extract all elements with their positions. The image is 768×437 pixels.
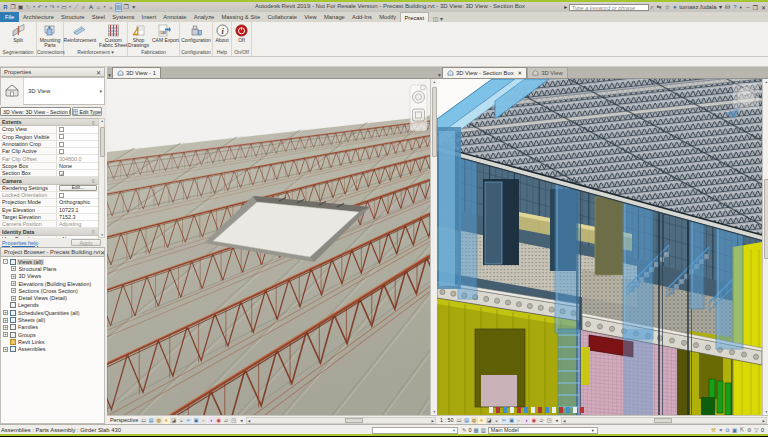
- tab-file[interactable]: File: [0, 12, 19, 22]
- displacement-icon[interactable]: ◳: [230, 417, 237, 424]
- visual-style-icon[interactable]: ◍: [471, 417, 478, 424]
- expand-icon[interactable]: ◂: [553, 417, 560, 424]
- workset-filter-icon[interactable]: ⚒: [711, 427, 716, 433]
- collapse-icon[interactable]: -: [3, 259, 8, 264]
- property-row-scope-box[interactable]: Scope BoxNone: [0, 163, 98, 170]
- hide-isolate-icon[interactable]: ◖: [523, 417, 530, 424]
- expand-icon[interactable]: +: [3, 325, 8, 330]
- default-3d-icon[interactable]: ⌂: [95, 3, 102, 12]
- property-value[interactable]: Edit...: [56, 185, 98, 191]
- app-store-icon[interactable]: ⛁: [725, 3, 730, 12]
- undo-icon[interactable]: ↶: [37, 3, 44, 12]
- shadows-icon[interactable]: ◪: [486, 417, 493, 424]
- selection-filter-icon[interactable]: ▽: [754, 427, 758, 433]
- property-value[interactable]: None: [56, 163, 98, 169]
- tree-item-3d-views[interactable]: +3D Views: [1, 273, 104, 280]
- view-properties-icon[interactable]: ▱: [223, 417, 230, 424]
- tree-item-assemblies[interactable]: +Assemblies: [1, 346, 104, 353]
- exchange-icon[interactable]: ⇆: [657, 3, 662, 12]
- tree-item-families[interactable]: +Families: [1, 324, 104, 331]
- checkbox-unchecked[interactable]: [59, 149, 64, 154]
- unlocked-view-icon[interactable]: ⌐: [200, 417, 207, 424]
- edit-rendering-settings-button[interactable]: Edit...: [59, 185, 97, 191]
- property-row-section-box[interactable]: Section Box: [0, 170, 98, 177]
- expand-icon[interactable]: +: [11, 274, 16, 279]
- render-icon[interactable]: ◒: [493, 417, 500, 424]
- save-icon[interactable]: ▣: [17, 3, 24, 12]
- measure-icon[interactable]: ▭: [61, 3, 68, 12]
- expand-icon[interactable]: +: [3, 318, 8, 323]
- tab-annotate[interactable]: Annotate: [160, 12, 190, 22]
- dropdown[interactable]: ▾: [56, 3, 60, 12]
- sync-icon[interactable]: ↻: [25, 3, 32, 12]
- sun-path-icon[interactable]: ☀: [163, 417, 170, 424]
- tab-collaborate[interactable]: Collaborate: [264, 12, 301, 22]
- tab-architecture[interactable]: Architecture: [19, 12, 57, 22]
- tree-item-structural-plans[interactable]: +Structural Plans: [1, 265, 104, 272]
- button-about[interactable]: ?iAbout: [215, 23, 230, 43]
- tree-item-detail-views-detail-[interactable]: +Detail Views (Detail): [1, 294, 104, 301]
- crop-region-icon[interactable]: ▣: [508, 417, 515, 424]
- property-row-camera-position[interactable]: Camera PositionAdjusting: [0, 221, 98, 228]
- scroll-thumb[interactable]: [345, 418, 363, 423]
- property-row-rendering-settings[interactable]: Rendering SettingsEdit...: [0, 185, 98, 192]
- scroll-down-icon[interactable]: ▼: [99, 233, 105, 237]
- exclude-options-icon[interactable]: ▣: [732, 427, 737, 433]
- unlocked-view-icon[interactable]: ⌐: [516, 417, 523, 424]
- viewport2-canvas[interactable]: [437, 79, 762, 415]
- property-value[interactable]: [56, 134, 98, 140]
- properties-scrollbar[interactable]: ▲ ▼: [98, 118, 105, 238]
- user-dropdown-icon[interactable]: ▾: [719, 3, 722, 12]
- workset-display-icon[interactable]: ▦: [474, 427, 479, 433]
- properties-palette-header[interactable]: Properties ✕: [0, 67, 105, 77]
- hide-isolate-icon[interactable]: ◖: [208, 417, 215, 424]
- tag-icon[interactable]: ⌕: [80, 3, 87, 12]
- help-icon[interactable]: ?: [733, 3, 736, 12]
- scroll-thumb[interactable]: [764, 179, 768, 259]
- sun-path-icon[interactable]: ☀: [478, 417, 485, 424]
- property-value[interactable]: [56, 148, 98, 154]
- view-properties-icon[interactable]: ▱: [538, 417, 545, 424]
- scroll-thumb[interactable]: [100, 127, 105, 157]
- tab-insert[interactable]: Insert: [138, 12, 160, 22]
- viewport1-canvas[interactable]: [107, 79, 430, 415]
- text-icon[interactable]: A: [88, 3, 95, 12]
- tab-massing-site[interactable]: Massing & Site: [218, 12, 264, 22]
- shadows-icon[interactable]: ◪: [170, 417, 177, 424]
- visual-style-icon[interactable]: ◍: [155, 417, 162, 424]
- property-row-annotation-crop[interactable]: Annotation Crop: [0, 141, 98, 148]
- type-selector[interactable]: 3D View ▾: [0, 77, 105, 105]
- type-selector-dropdown-icon[interactable]: ▾: [99, 88, 102, 94]
- viewport2-scale-label[interactable]: 1 : 50: [440, 417, 454, 423]
- workset-combo[interactable]: ▼: [372, 427, 458, 434]
- displacement-icon[interactable]: ◳: [546, 417, 553, 424]
- tree-item-revit-links[interactable]: Revit Links: [1, 338, 104, 345]
- property-row-far-clip-active[interactable]: Far Clip Active: [0, 148, 98, 155]
- property-row-locked-orientation[interactable]: Locked Orientation: [0, 192, 98, 199]
- tree-item-groups[interactable]: +Groups: [1, 331, 104, 338]
- property-row-crop-view[interactable]: Crop View: [0, 126, 98, 133]
- editable-only-icon[interactable]: ✦: [718, 427, 723, 433]
- viewport2-tab-close-icon[interactable]: ✕: [518, 70, 523, 76]
- scroll-down-icon[interactable]: ▼: [763, 410, 768, 414]
- checkbox-unchecked[interactable]: [59, 127, 64, 132]
- property-value[interactable]: 7152.3: [56, 214, 98, 220]
- settings-icon[interactable]: ⚙: [747, 427, 752, 433]
- expand-icon[interactable]: +: [3, 310, 8, 315]
- expand-icon[interactable]: +: [11, 288, 16, 293]
- reveal-hidden-icon[interactable]: ◉: [215, 417, 222, 424]
- tree-item-schedules-quantities-all-[interactable]: +Schedules/Quantities (all): [1, 309, 104, 316]
- tab-analyze[interactable]: Analyze: [190, 12, 218, 22]
- property-value[interactable]: [56, 126, 98, 132]
- dropdown[interactable]: ▾: [103, 3, 107, 12]
- editable-icon[interactable]: ✎: [462, 427, 467, 433]
- expand-icon[interactable]: +: [3, 332, 8, 337]
- expand-icon[interactable]: +: [11, 296, 16, 301]
- checkbox-checked[interactable]: [59, 171, 64, 176]
- user-icon[interactable]: ●: [673, 3, 677, 12]
- tree-item-legends[interactable]: Legends: [1, 302, 104, 309]
- checkbox-unchecked[interactable]: [59, 193, 64, 198]
- tab-structure[interactable]: Structure: [57, 12, 88, 22]
- switch-windows-icon[interactable]: ❒: [123, 3, 130, 12]
- qat-customize[interactable]: ▾: [130, 3, 137, 12]
